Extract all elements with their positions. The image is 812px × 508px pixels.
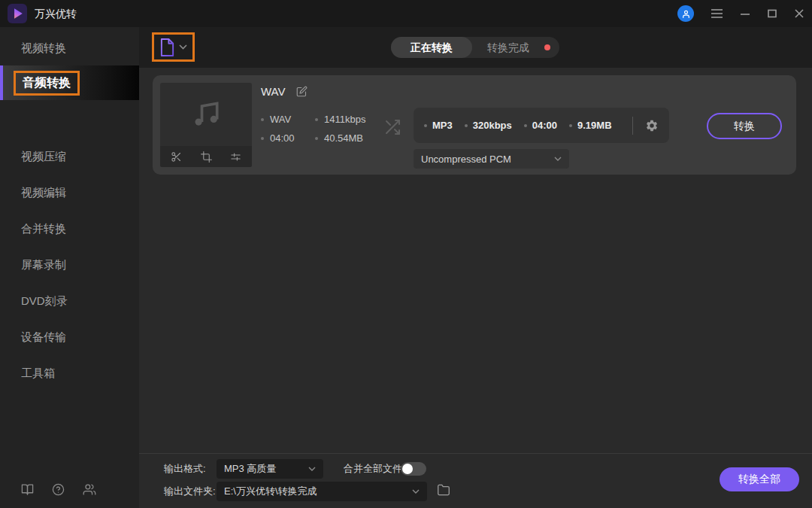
target-format: MP3 (432, 120, 453, 131)
chevron-down-icon (179, 44, 187, 50)
annotation-highlight: 音频转换 (14, 71, 80, 96)
users-icon[interactable] (83, 483, 96, 496)
merge-files-label: 合并全部文件 (344, 459, 402, 479)
status-tabs: 正在转换 转换完成 (391, 37, 559, 58)
sidebar-item-device-transfer[interactable]: 设备传输 (0, 322, 139, 352)
output-format-label: 输出格式: (164, 459, 206, 479)
active-accent-bar (0, 65, 3, 100)
chevron-down-icon (308, 467, 316, 471)
sidebar-item-toolbox[interactable]: 工具箱 (0, 358, 139, 388)
sidebar-item-video-convert[interactable]: 视频转换 (0, 33, 139, 63)
sidebar-item-audio-convert[interactable]: 音频转换 (0, 65, 139, 100)
output-settings-panel[interactable]: MP3 320kbps 04:00 9.19MB (414, 108, 669, 143)
merge-files-toggle[interactable] (401, 462, 426, 476)
add-file-icon (159, 38, 175, 57)
output-format-dropdown[interactable]: MP3 高质量 (217, 459, 323, 479)
sidebar-item-video-compress[interactable]: 视频压缩 (0, 141, 139, 172)
tab-finished[interactable]: 转换完成 (472, 37, 544, 58)
app-title: 万兴优转 (35, 0, 77, 27)
target-bitrate: 320kbps (473, 120, 512, 131)
chevron-down-icon (554, 157, 562, 161)
effects-sliders-icon[interactable] (230, 151, 241, 163)
source-bitrate: 1411kbps (324, 114, 365, 125)
maximize-icon[interactable] (767, 8, 777, 19)
gear-icon[interactable] (645, 119, 659, 132)
folder-icon[interactable] (437, 484, 450, 496)
sidebar-item-video-edit[interactable]: 视频编辑 (0, 178, 139, 208)
trim-scissors-icon[interactable] (171, 151, 182, 163)
sidebar-item-dvd-burn[interactable]: DVD刻录 (0, 286, 139, 316)
convert-all-button[interactable]: 转换全部 (720, 467, 799, 491)
add-files-button[interactable] (152, 32, 195, 62)
footer-bar: 输出格式: MP3 高质量 合并全部文件 输出文件夹: E:\万兴优转\转换完成… (139, 453, 812, 508)
user-avatar-icon[interactable] (677, 5, 694, 22)
tab-converting[interactable]: 正在转换 (391, 37, 472, 58)
codec-value: Uncompressed PCM (421, 154, 511, 165)
media-thumbnail (160, 83, 252, 167)
titlebar: 万兴优转 (0, 0, 812, 27)
target-size: 9.19MB (577, 120, 612, 131)
output-folder-dropdown[interactable]: E:\万兴优转\转换完成 (217, 482, 427, 501)
source-duration: 04:00 (270, 132, 295, 144)
convert-button[interactable]: 转换 (707, 113, 782, 139)
book-icon[interactable] (21, 483, 34, 496)
codec-dropdown[interactable]: Uncompressed PCM (414, 149, 569, 169)
sidebar-item-merge-convert[interactable]: 合并转换 (0, 214, 139, 244)
output-folder-label: 输出文件夹: (164, 482, 216, 501)
divider (632, 117, 633, 135)
target-duration: 04:00 (532, 120, 557, 131)
source-format: WAV (270, 114, 291, 125)
help-icon[interactable] (52, 483, 65, 496)
task-card: WAV WAV 1411kbps 04:00 40.54MB (153, 75, 796, 175)
app-logo-icon (8, 4, 27, 23)
crop-icon[interactable] (201, 151, 212, 163)
edit-name-icon[interactable] (296, 86, 308, 97)
thumbnail-toolbar (160, 146, 252, 167)
source-size: 40.54MB (324, 132, 363, 144)
toggle-knob (402, 464, 413, 474)
file-title-row: WAV (261, 85, 308, 98)
hamburger-menu-icon[interactable] (710, 8, 723, 19)
source-info: WAV 1411kbps 04:00 40.54MB (261, 110, 365, 148)
main-toolbar: 正在转换 转换完成 (139, 27, 812, 68)
output-format-value: MP3 高质量 (224, 462, 276, 476)
shuffle-convert-icon (382, 118, 403, 136)
chevron-down-icon (412, 489, 420, 494)
music-note-icon (189, 98, 223, 131)
file-name: WAV (261, 85, 286, 98)
finished-badge-dot (544, 44, 550, 50)
close-icon[interactable] (794, 8, 804, 19)
sidebar: 视频转换 音频转换 视频压缩 视频编辑 合并转换 屏幕录制 DVD刻录 设备传输… (0, 27, 139, 508)
app-window: 万兴优转 视频转换 (0, 0, 812, 508)
output-folder-value: E:\万兴优转\转换完成 (224, 485, 317, 498)
sidebar-item-screen-record[interactable]: 屏幕录制 (0, 250, 139, 280)
minimize-icon[interactable] (740, 8, 750, 19)
